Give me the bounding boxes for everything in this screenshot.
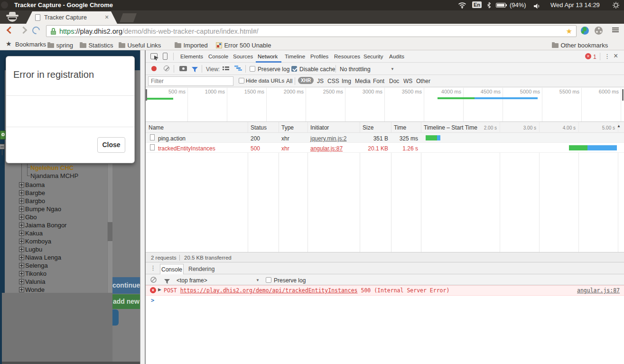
tab-sources[interactable]: Sources: [233, 54, 253, 59]
col-time[interactable]: Time: [394, 124, 406, 131]
console-prompt-chevron[interactable]: >: [151, 297, 154, 304]
drawer-menu-icon[interactable]: ⋮: [150, 264, 156, 271]
expand-icon[interactable]: [19, 263, 24, 268]
bookmarks-label[interactable]: Bookmarks: [15, 41, 46, 48]
tab-network[interactable]: Network: [258, 54, 278, 59]
error-url-link[interactable]: https://play.dhis2.org/demo/api/trackedE…: [180, 287, 358, 294]
disable-cache-label[interactable]: Disable cache: [299, 66, 335, 73]
disable-cache-checkbox[interactable]: [291, 66, 297, 72]
expand-icon[interactable]: [19, 231, 24, 236]
continue-button[interactable]: continue: [112, 277, 140, 294]
extension-icon[interactable]: [595, 27, 603, 35]
devtools-menu-icon[interactable]: ⋮: [604, 53, 610, 60]
drawer-tab-rendering[interactable]: Rendering: [188, 266, 214, 272]
hidden-button-fragment[interactable]: [112, 309, 119, 326]
keyboard-layout-indicator[interactable]: En: [472, 1, 482, 8]
console-filter-icon[interactable]: [164, 277, 170, 286]
console-clear-icon[interactable]: [150, 276, 157, 282]
battery-icon[interactable]: [496, 3, 506, 8]
volume-icon[interactable]: [534, 2, 541, 11]
filter-icon[interactable]: [192, 65, 198, 74]
preserve-log-checkbox[interactable]: [250, 66, 255, 72]
expand-icon[interactable]: [19, 271, 24, 276]
filter-type-ws[interactable]: WS: [403, 78, 412, 84]
filter-type-xhr[interactable]: XHR: [298, 77, 314, 84]
tab-elements[interactable]: Elements: [180, 54, 203, 59]
frame-selector[interactable]: <top frame>: [177, 277, 207, 284]
expand-icon[interactable]: [19, 198, 24, 204]
bluetooth-icon[interactable]: [487, 2, 491, 10]
tab-profiles[interactable]: Profiles: [310, 54, 328, 59]
throttling-select[interactable]: No throttling: [340, 66, 371, 73]
console-preserve-log-checkbox[interactable]: [266, 277, 271, 283]
tree-item[interactable]: Njandama MCHP: [30, 172, 78, 179]
error-count-icon[interactable]: ×: [585, 53, 591, 59]
bookmark-error-500[interactable]: Error 500 Unable: [216, 41, 271, 49]
console-preserve-log-label[interactable]: Preserve log: [274, 277, 306, 284]
app-menu-dot[interactable]: [1, 1, 8, 9]
bookmark-folder-imported[interactable]: Imported: [175, 41, 208, 49]
record-icon[interactable]: [151, 66, 157, 71]
gear-icon[interactable]: [613, 2, 619, 10]
devtools-close-icon[interactable]: ×: [614, 52, 618, 60]
view-list-icon[interactable]: [223, 66, 229, 72]
col-status[interactable]: Status: [251, 124, 267, 131]
omnibox[interactable]: https://play.dhis2.org/demo/dhis-web-tra…: [46, 25, 577, 37]
tree-scrollbar-thumb[interactable]: [108, 222, 112, 241]
filter-type-doc[interactable]: Doc: [389, 78, 399, 84]
filter-type-media[interactable]: Media: [355, 78, 371, 84]
filter-input[interactable]: [148, 76, 233, 86]
expand-icon[interactable]: [19, 255, 24, 260]
tab-resources[interactable]: Resources: [334, 54, 360, 59]
frame-dropdown-icon[interactable]: ▼: [256, 278, 260, 282]
tab-security[interactable]: Security: [363, 54, 383, 59]
clock[interactable]: Wed Apr 13 14:29: [550, 1, 600, 9]
bookmark-folder-useful-links[interactable]: Useful Links: [119, 41, 161, 49]
tree-item[interactable]: Niawa Lenga: [25, 254, 61, 261]
col-size[interactable]: Size: [363, 124, 373, 131]
bookmark-star-icon[interactable]: ★: [566, 27, 572, 36]
other-bookmarks[interactable]: Other bookmarks: [552, 41, 608, 49]
expand-icon[interactable]: [19, 215, 24, 220]
tree-item[interactable]: Jaiama Bongor: [25, 222, 66, 229]
tab-timeline[interactable]: Timeline: [285, 54, 305, 59]
browser-tab[interactable]: Tracker Capture ×: [26, 11, 117, 24]
screenshot-icon[interactable]: [179, 66, 187, 71]
filter-type-img[interactable]: Img: [342, 78, 351, 84]
col-timeline[interactable]: Timeline – Start Time: [424, 124, 477, 131]
wifi-icon[interactable]: [458, 2, 466, 10]
expand-icon[interactable]: [19, 182, 24, 187]
expand-icon[interactable]: [19, 239, 24, 244]
menu-icon[interactable]: [612, 28, 619, 32]
tree-item-selected[interactable]: Ngelehun CHC: [30, 164, 74, 171]
filter-type-font[interactable]: Font: [373, 78, 384, 84]
tree-item[interactable]: Komboya: [25, 238, 51, 245]
filter-type-js[interactable]: JS: [317, 78, 324, 84]
view-waterfall-icon[interactable]: [234, 65, 242, 71]
cell-name[interactable]: ping.action: [158, 135, 186, 142]
tree-item[interactable]: Bumpe Ngao: [25, 205, 61, 213]
tree-item[interactable]: Wonde: [25, 286, 45, 293]
filter-type-all[interactable]: All: [286, 78, 292, 84]
overview-handle-right[interactable]: [622, 89, 624, 101]
bookmark-folder-statistics[interactable]: Statistics: [80, 41, 113, 49]
bookmark-folder-spring[interactable]: spring: [47, 41, 73, 49]
hide-data-urls-checkbox[interactable]: [239, 78, 244, 84]
page-scrollbar[interactable]: [140, 50, 145, 364]
tree-item[interactable]: Bargbo: [25, 197, 45, 205]
col-initiator[interactable]: Initiator: [310, 124, 329, 131]
cell-initiator-link[interactable]: jquery.min.js:2: [310, 135, 346, 142]
tab-audits[interactable]: Audits: [389, 54, 404, 59]
throttling-dropdown-icon[interactable]: ▼: [391, 67, 394, 71]
lock-icon[interactable]: [51, 28, 56, 35]
tree-item[interactable]: Lugbu: [25, 246, 42, 253]
tree-item[interactable]: Valunia: [25, 278, 45, 285]
expand-icon[interactable]: [19, 287, 24, 292]
col-name[interactable]: Name: [149, 124, 164, 131]
tree-item[interactable]: Bargbe: [25, 189, 45, 196]
tree-item[interactable]: Tikonko: [25, 270, 47, 277]
expand-icon[interactable]: [19, 190, 24, 196]
preserve-log-label[interactable]: Preserve log: [258, 66, 289, 73]
inspect-element-icon[interactable]: [150, 53, 158, 59]
console-error-message[interactable]: POST https://play.dhis2.org/demo/api/tra…: [164, 287, 449, 294]
